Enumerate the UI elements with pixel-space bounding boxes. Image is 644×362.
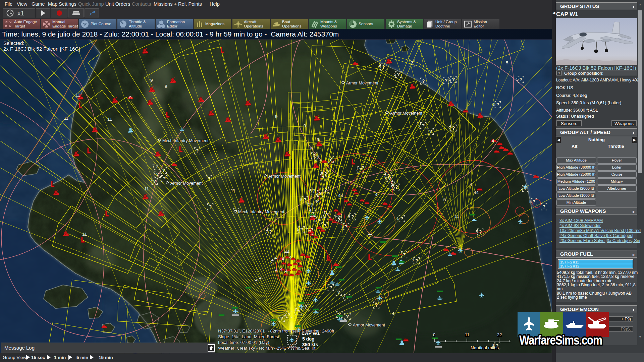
svg-text:Slope: 1% - Land: Mixed Fore: Slope: 1% - Land: Mixed Forest bbox=[218, 334, 279, 339]
svg-text:N37°37'31", E128°28'01" - 82nm: N37°37'31", E128°28'01" - 82nm from sel … bbox=[218, 328, 334, 334]
svg-text:5: 5 bbox=[397, 216, 399, 221]
svg-text:?: ? bbox=[415, 258, 418, 263]
svg-text:4: 4 bbox=[282, 256, 284, 261]
svg-text:?: ? bbox=[324, 187, 327, 193]
svg-text:5: 5 bbox=[529, 199, 532, 204]
svg-text:5: 5 bbox=[314, 218, 317, 223]
svg-text:WarfareSims.com: WarfareSims.com bbox=[519, 333, 602, 347]
svg-text:?: ? bbox=[422, 78, 425, 84]
svg-text:5: 5 bbox=[516, 77, 519, 82]
svg-text:5: 5 bbox=[309, 188, 312, 193]
svg-text:?: ? bbox=[359, 167, 362, 172]
svg-text:Mech Infantry Movement: Mech Infantry Movement bbox=[162, 138, 209, 143]
svg-text:?: ? bbox=[300, 227, 303, 232]
svg-text:?: ? bbox=[346, 295, 349, 300]
svg-text:?: ? bbox=[496, 102, 499, 107]
svg-text:9: 9 bbox=[275, 114, 278, 119]
svg-text:5: 5 bbox=[476, 229, 478, 234]
svg-text:7: 7 bbox=[152, 164, 155, 169]
svg-text:?: ? bbox=[280, 316, 283, 321]
svg-text:4: 4 bbox=[470, 182, 472, 187]
svg-text:?: ? bbox=[317, 155, 320, 160]
svg-text:9: 9 bbox=[150, 78, 153, 83]
svg-text:?: ? bbox=[520, 77, 523, 82]
svg-text:5: 5 bbox=[300, 197, 303, 202]
svg-text:11: 11 bbox=[368, 231, 372, 236]
svg-text:5: 5 bbox=[348, 214, 350, 219]
svg-text:7: 7 bbox=[153, 172, 155, 177]
svg-text:5: 5 bbox=[506, 60, 508, 65]
svg-text:7: 7 bbox=[326, 285, 328, 290]
svg-text:7: 7 bbox=[412, 258, 414, 263]
svg-text:Armor Movement: Armor Movement bbox=[170, 181, 203, 186]
svg-text:?: ? bbox=[318, 218, 321, 223]
svg-text:?: ? bbox=[153, 179, 156, 184]
svg-text:?: ? bbox=[382, 64, 385, 70]
svg-text:7: 7 bbox=[323, 212, 325, 217]
svg-text:11: 11 bbox=[231, 188, 235, 193]
svg-text:11: 11 bbox=[82, 232, 87, 237]
svg-text:0: 0 bbox=[433, 332, 435, 337]
svg-text:7: 7 bbox=[294, 309, 296, 314]
svg-text:9: 9 bbox=[317, 137, 319, 142]
svg-text:5: 5 bbox=[379, 64, 381, 69]
svg-text:Armor Movement: Armor Movement bbox=[390, 111, 422, 116]
svg-text:?: ? bbox=[345, 224, 348, 229]
svg-text:7: 7 bbox=[449, 125, 451, 130]
svg-text:5: 5 bbox=[443, 197, 446, 202]
svg-text:?: ? bbox=[313, 188, 316, 194]
svg-text:4: 4 bbox=[275, 267, 278, 273]
svg-text:5: 5 bbox=[521, 186, 523, 191]
svg-text:?: ? bbox=[337, 290, 340, 295]
svg-text:?: ? bbox=[329, 157, 332, 162]
svg-text:11: 11 bbox=[64, 116, 68, 121]
svg-text:Armor Movement: Armor Movement bbox=[353, 323, 385, 327]
svg-text:?: ? bbox=[397, 72, 400, 77]
svg-text:x1: x1 bbox=[17, 10, 24, 17]
svg-text:5: 5 bbox=[316, 191, 318, 196]
svg-text:44: 44 bbox=[284, 249, 290, 254]
svg-text:7: 7 bbox=[277, 316, 279, 321]
svg-text:11: 11 bbox=[465, 332, 470, 337]
svg-text:?: ? bbox=[543, 204, 546, 209]
svg-text:4: 4 bbox=[285, 268, 288, 274]
svg-text:44: 44 bbox=[338, 193, 343, 198]
svg-text:?: ? bbox=[208, 176, 211, 181]
svg-text:Armor Movement: Armor Movement bbox=[346, 81, 378, 85]
svg-text:?: ? bbox=[452, 125, 455, 131]
svg-text:44: 44 bbox=[315, 199, 320, 204]
svg-text:7: 7 bbox=[392, 184, 394, 189]
svg-text:7: 7 bbox=[307, 202, 310, 207]
svg-text:?: ? bbox=[209, 204, 212, 209]
svg-text:?: ? bbox=[308, 229, 311, 234]
svg-text:?: ? bbox=[324, 223, 327, 228]
svg-text:7: 7 bbox=[356, 167, 358, 172]
svg-text:7: 7 bbox=[384, 173, 386, 178]
svg-text:11: 11 bbox=[75, 93, 80, 98]
svg-text:Mech Infantry Movement: Mech Infantry Movement bbox=[238, 209, 284, 214]
svg-text:7: 7 bbox=[419, 123, 421, 128]
svg-text:?: ? bbox=[387, 173, 390, 179]
svg-text:9: 9 bbox=[310, 146, 313, 151]
svg-text:5: 5 bbox=[493, 102, 495, 107]
svg-text:?: ? bbox=[403, 252, 406, 257]
svg-text:?: ? bbox=[400, 216, 404, 221]
svg-text:?: ? bbox=[422, 123, 425, 128]
svg-text:?: ? bbox=[351, 214, 354, 220]
svg-text:5: 5 bbox=[341, 224, 344, 229]
svg-text:?: ? bbox=[337, 215, 340, 220]
svg-text:7: 7 bbox=[342, 295, 345, 300]
svg-text:4: 4 bbox=[309, 208, 312, 213]
svg-text:?: ? bbox=[269, 229, 272, 235]
svg-text:?: ? bbox=[319, 191, 322, 196]
svg-text:Armor Movement: Armor Movement bbox=[268, 174, 301, 179]
svg-text:Weather: Clear sky - No rain -: Weather: Clear sky - No rain - 25°C - Wi… bbox=[218, 346, 316, 351]
svg-text:?: ? bbox=[429, 129, 432, 134]
svg-text:4: 4 bbox=[492, 138, 494, 143]
svg-text:44: 44 bbox=[474, 190, 479, 195]
svg-text:?: ? bbox=[297, 309, 300, 314]
svg-text:7: 7 bbox=[266, 229, 268, 234]
svg-text:?: ? bbox=[411, 60, 414, 66]
svg-text:5 deg: 5 deg bbox=[302, 336, 315, 342]
svg-text:4: 4 bbox=[392, 311, 394, 316]
